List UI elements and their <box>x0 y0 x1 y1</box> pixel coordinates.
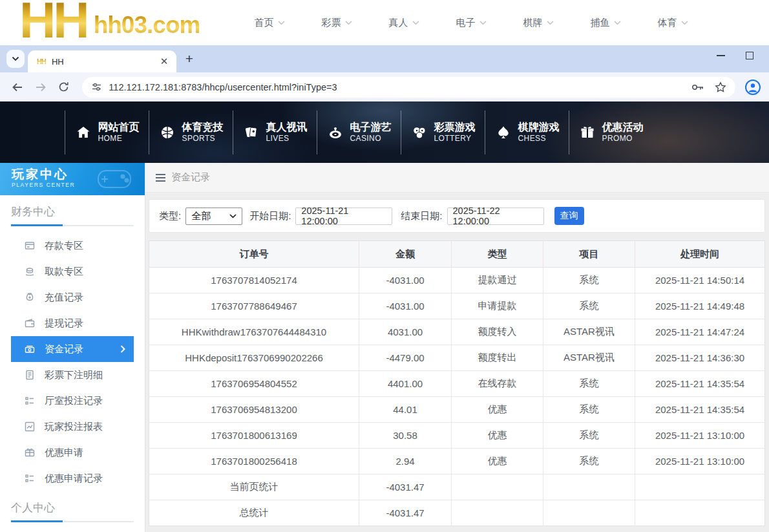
type-select-value: 全部 <box>191 210 211 222</box>
table-row: 1763706954804552 4401.00 在线存款 系统 2025-11… <box>149 371 765 397</box>
gamenav-sports[interactable]: 体育竞技SPORTS <box>149 121 233 144</box>
nav-label: 首页 <box>254 17 273 29</box>
site-nav-home[interactable]: 首页 <box>236 17 303 29</box>
sidebar-item-promo-apply[interactable]: 优惠申请 <box>11 440 134 465</box>
nav-label: 体育 <box>657 17 677 29</box>
sidebar-item-withdraw-record[interactable]: 提现记录 <box>11 310 134 336</box>
site-nav-live[interactable]: 真人 <box>370 17 437 29</box>
gamenav-label-en: PROMO <box>602 134 644 144</box>
window-maximize-button[interactable] <box>746 52 753 59</box>
gamenav-label-en: LIVES <box>266 134 308 144</box>
site-nav: 首页 彩票 真人 电子 棋牌 捕鱼 体育 <box>236 17 706 29</box>
sidebar-item-withdraw-zone[interactable]: 取款专区 <box>11 259 134 284</box>
cell-order-no: 1763706954804552 <box>149 371 359 397</box>
cell-time: 2025-11-21 14:49:48 <box>635 293 765 319</box>
section-finance-center: 财务中心 <box>0 195 145 219</box>
site-nav-sports[interactable]: 体育 <box>639 17 706 29</box>
start-date-label: 开始日期: <box>249 210 291 222</box>
cell-type: 额度转入 <box>452 319 543 345</box>
type-select[interactable]: 全部 <box>185 207 242 225</box>
url-text[interactable]: 112.121.172.181:8783/hhcp/usercenter.htm… <box>109 82 684 92</box>
back-button[interactable] <box>9 79 26 96</box>
sidebar-item-message-announcement[interactable]: 消息公告 <box>11 529 134 532</box>
gamenav-lives[interactable]: 真人视讯LIVES <box>233 121 317 144</box>
sidebar-item-funds-record[interactable]: 资金记录 <box>11 336 134 362</box>
cell-order-no: 1763701800613169 <box>149 423 359 449</box>
gift-icon <box>579 124 596 141</box>
gamenav-label-zh: 网站首页 <box>98 121 140 134</box>
cell-time <box>635 474 765 500</box>
banknote-icon <box>25 344 35 354</box>
chart-icon <box>25 421 35 432</box>
cell-time: 2025-11-21 14:36:30 <box>635 345 765 371</box>
gamenav-label-en: HOME <box>98 134 140 144</box>
site-logo[interactable]: HH hh03.com <box>19 6 200 40</box>
cell-order-no: 1763707788649467 <box>149 293 359 319</box>
gamepad-icon <box>89 165 140 194</box>
nav-label: 捕鱼 <box>590 17 609 29</box>
site-settings-icon[interactable] <box>91 81 102 92</box>
col-type: 类型 <box>452 241 543 268</box>
gamenav-label-zh: 棋牌游戏 <box>518 121 560 134</box>
gamenav-casino[interactable]: 电子游艺CASINO <box>317 121 401 144</box>
cell-order-no: HHKdeposit1763706990202266 <box>149 345 359 371</box>
sidebar-item-player-bet-report[interactable]: 玩家投注报表 <box>11 414 134 440</box>
chevron-down-icon <box>229 214 237 218</box>
chevron-down-icon <box>12 56 19 61</box>
cell-type <box>452 500 543 526</box>
sidebar-item-label: 玩家投注报表 <box>45 421 103 433</box>
col-amount: 金额 <box>359 241 452 268</box>
coupon-icon <box>25 447 35 458</box>
cell-type: 申请提款 <box>452 293 543 319</box>
site-nav-lottery[interactable]: 彩票 <box>303 17 370 29</box>
search-button[interactable]: 查询 <box>554 207 584 225</box>
browser-profile-avatar[interactable] <box>744 79 761 96</box>
col-process-time: 处理时间 <box>635 241 765 268</box>
section-underline <box>11 225 134 226</box>
personal-menu: 消息公告 <box>0 529 145 532</box>
start-date-input[interactable]: 2025-11-21 12:00:00 <box>295 207 392 225</box>
tab-search-button[interactable] <box>6 50 25 68</box>
password-key-icon[interactable] <box>691 83 704 92</box>
cell-item: 系统 <box>543 449 635 474</box>
end-date-input[interactable]: 2025-11-22 12:00:00 <box>447 207 544 225</box>
gamenav-lottery[interactable]: 彩票游戏LOTTERY <box>401 121 485 144</box>
new-tab-button[interactable]: + <box>180 50 198 68</box>
gamenav-promo[interactable]: 优惠活动PROMO <box>569 121 653 144</box>
forward-button[interactable] <box>32 79 49 96</box>
logo-hh-text: HH <box>19 1 87 40</box>
lottery-balls-icon <box>411 124 428 141</box>
reload-button[interactable] <box>56 79 72 96</box>
browser-tab[interactable]: HH HH ✕ <box>28 50 176 72</box>
sidebar-item-label: 优惠申请记录 <box>45 473 103 485</box>
cell-amount: -4031.47 <box>359 500 452 526</box>
cell-item: 系统 <box>543 371 635 397</box>
cell-order-no: 1763707814052174 <box>149 268 359 293</box>
gamenav-home[interactable]: 网站首页HOME <box>65 121 149 144</box>
chevron-down-icon <box>479 21 487 25</box>
tab-favicon-icon: HH <box>37 58 46 65</box>
sidebar-item-deposit-zone[interactable]: 存款专区 <box>11 233 134 259</box>
tab-close-icon[interactable]: ✕ <box>158 56 170 67</box>
site-nav-fishing[interactable]: 捕鱼 <box>572 17 639 29</box>
bookmark-star-icon[interactable] <box>715 81 726 93</box>
url-bar[interactable]: 112.121.172.181:8783/hhcp/usercenter.htm… <box>82 77 735 98</box>
gamenav-chess[interactable]: 棋牌游戏CHESS <box>485 121 569 144</box>
sidebar-item-lottery-bet-detail[interactable]: 彩票下注明细 <box>11 362 134 388</box>
sidebar-item-room-bet-record[interactable]: 厅室投注记录 <box>11 388 134 414</box>
sidebar-item-recharge-record[interactable]: 充值记录 <box>11 284 134 310</box>
cell-item <box>543 474 635 500</box>
cell-amount: 30.58 <box>359 423 452 449</box>
cell-type: 在线存款 <box>452 371 543 397</box>
menu-toggle-icon[interactable] <box>156 174 165 182</box>
sports-ball-icon <box>159 124 176 141</box>
sidebar-item-promo-apply-record[interactable]: 优惠申请记录 <box>11 465 134 491</box>
nav-label: 真人 <box>388 17 408 29</box>
coins-hand-icon <box>25 266 35 277</box>
window-minimize-button[interactable] <box>717 55 725 56</box>
cell-amount: 44.01 <box>359 397 452 423</box>
site-nav-egame[interactable]: 电子 <box>437 17 505 29</box>
site-nav-chess[interactable]: 棋牌 <box>505 17 572 29</box>
game-nav: 网站首页HOME 体育竞技SPORTS 真人视讯LIVES 电子游艺CASINO <box>0 101 769 163</box>
cell-amount: 2.94 <box>359 449 452 474</box>
